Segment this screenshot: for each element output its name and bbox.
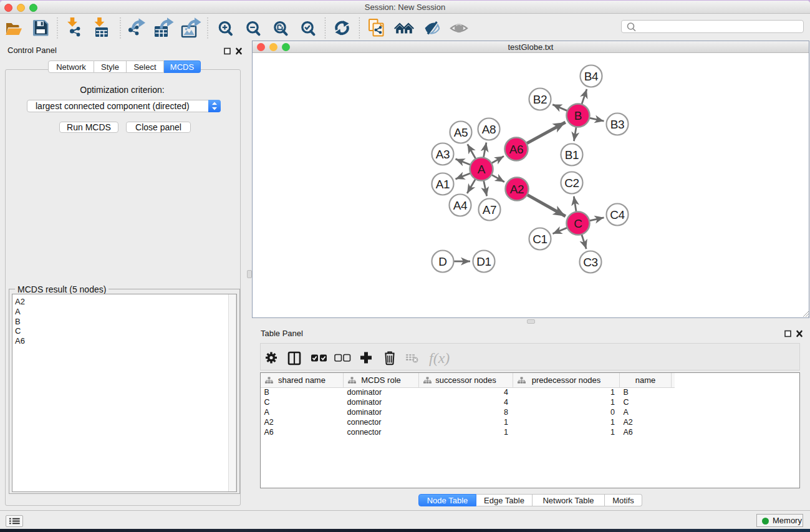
- svg-text:C4: C4: [610, 208, 625, 221]
- svg-text:A4: A4: [453, 199, 468, 212]
- svg-text:A1: A1: [436, 178, 450, 191]
- svg-text:A5: A5: [454, 126, 468, 139]
- svg-text:B1: B1: [565, 148, 579, 162]
- svg-text:C1: C1: [533, 233, 547, 246]
- svg-text:A6: A6: [509, 143, 524, 156]
- svg-text:C: C: [574, 217, 582, 230]
- svg-text:D: D: [438, 255, 446, 268]
- svg-text:B: B: [574, 109, 582, 122]
- svg-text:A8: A8: [482, 123, 496, 136]
- svg-text:A: A: [478, 163, 486, 176]
- svg-text:A3: A3: [436, 148, 450, 161]
- svg-text:C2: C2: [564, 177, 579, 190]
- svg-text:C3: C3: [583, 256, 598, 269]
- svg-text:D1: D1: [476, 255, 491, 268]
- svg-text:A7: A7: [483, 203, 497, 216]
- svg-text:B4: B4: [584, 70, 599, 83]
- svg-text:B3: B3: [610, 118, 625, 131]
- svg-text:A2: A2: [510, 183, 524, 196]
- svg-text:f(x): f(x): [429, 350, 450, 366]
- svg-text:B2: B2: [533, 93, 547, 106]
